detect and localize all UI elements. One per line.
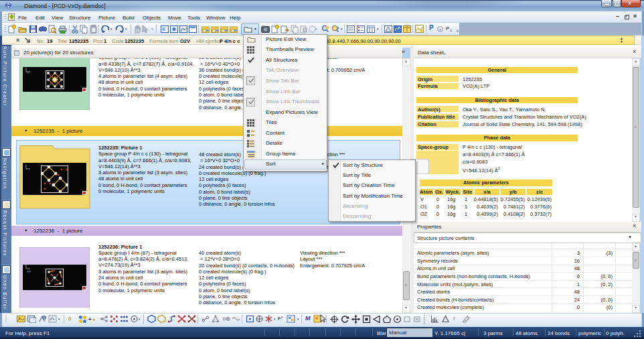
svg-text:xyz: xyz	[27, 269, 31, 273]
